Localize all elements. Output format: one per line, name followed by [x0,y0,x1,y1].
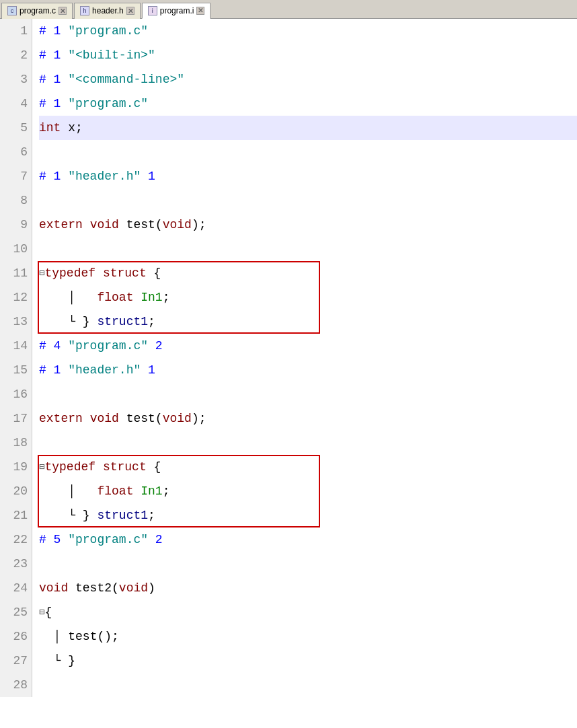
tab-label-program-i: program.i [160,6,194,15]
code-line-13: └ } struct1; [39,310,577,334]
token [83,406,90,431]
token: { [147,455,161,479]
token: 2 [148,334,163,358]
token: void [90,406,119,431]
line-number-14: 14 [0,334,32,358]
token: "<built-in>" [68,43,155,67]
line-number-25: 25 [0,600,32,624]
token [39,285,68,310]
token: # [39,67,54,92]
token: typedef [44,455,95,479]
token [39,479,68,503]
token: # [39,334,54,358]
token [75,479,97,503]
code-line-7: # 1 "header.h" 1 [39,164,577,188]
token: test( [119,213,163,237]
token: ; [163,285,170,310]
token: void [90,213,119,237]
token: test( [119,406,163,431]
code-line-21: └ } struct1; [39,503,577,527]
tab-label-program-c: program.c [20,6,56,15]
token: void [163,406,192,431]
code-line-9: extern void test(void); [39,213,577,237]
token: typedef [44,261,95,285]
token: ⊟ [39,455,44,479]
token: } [83,310,98,334]
code-line-22: # 5 "program.c" 2 [39,527,577,552]
token: 4 [54,334,69,358]
token: ) [148,576,155,600]
token [39,624,54,649]
token: In1 [141,285,162,310]
code-line-17: extern void test(void); [39,406,577,431]
token [95,455,103,479]
token: int [39,116,61,140]
editor-body: 1234567891011121314151617181920212223242… [0,19,577,697]
tab-program-i[interactable]: i program.i ✕ [142,3,211,19]
code-line-3: # 1 "<command-line>" [39,67,577,92]
line-number-26: 26 [0,624,32,649]
token [39,310,68,334]
token: struct1 [97,310,148,334]
line-number-4: 4 [0,92,32,116]
token: } [61,649,75,673]
line-number-15: 15 [0,358,32,382]
line-number-11: 11 [0,261,32,285]
token: "program.c" [68,92,148,116]
tab-program-c[interactable]: c program.c ✕ [1,3,73,19]
token: void [119,576,148,600]
tab-close-program-i[interactable]: ✕ [196,7,204,15]
token: { [147,261,161,285]
token: │ [54,624,61,649]
token: ); [192,406,206,431]
token: 1 [54,164,69,188]
token: 5 [54,527,69,552]
token: ⊟ [39,600,44,624]
token: extern [39,213,83,237]
token [39,503,68,527]
code-line-1: # 1 "program.c" [39,19,577,43]
line-number-2: 2 [0,43,32,67]
token: # [39,164,54,188]
line-numbers: 1234567891011121314151617181920212223242… [0,19,32,697]
token: "program.c" [68,334,148,358]
token: # [39,43,54,67]
line-number-8: 8 [0,188,32,213]
code-line-26: │ test(); [39,624,577,649]
token: "program.c" [68,527,148,552]
tab-close-header-h[interactable]: ✕ [126,7,134,15]
token: ; [148,310,155,334]
token: 1 [141,358,155,382]
token: void [39,576,68,600]
line-number-13: 13 [0,310,32,334]
line-number-20: 20 [0,479,32,503]
code-line-20: │ float In1; [39,479,577,503]
tab-header-h[interactable]: h header.h ✕ [74,3,141,19]
code-line-28 [39,673,577,697]
tab-icon-i: i [148,6,157,15]
token: "program.c" [68,19,148,43]
token: # [39,19,54,43]
token: ); [192,213,206,237]
token: { [44,600,52,624]
code-line-6 [39,140,577,164]
token: struct [103,261,147,285]
token: └ [68,310,75,334]
token [39,649,54,673]
code-line-8 [39,188,577,213]
code-area[interactable]: # 1 "program.c"# 1 "<built-in>"# 1 "<com… [32,19,577,697]
code-line-14: # 4 "program.c" 2 [39,334,577,358]
line-number-27: 27 [0,649,32,673]
token: # [39,358,54,382]
token: 1 [54,67,69,92]
line-number-16: 16 [0,382,32,406]
token: "header.h" [68,164,141,188]
code-line-16 [39,382,577,406]
token: "<command-line>" [68,67,184,92]
code-line-18 [39,431,577,455]
token: struct1 [97,503,148,527]
tab-close-program-c[interactable]: ✕ [59,7,67,15]
token: test(); [61,624,118,649]
line-number-22: 22 [0,527,32,552]
line-number-9: 9 [0,213,32,237]
